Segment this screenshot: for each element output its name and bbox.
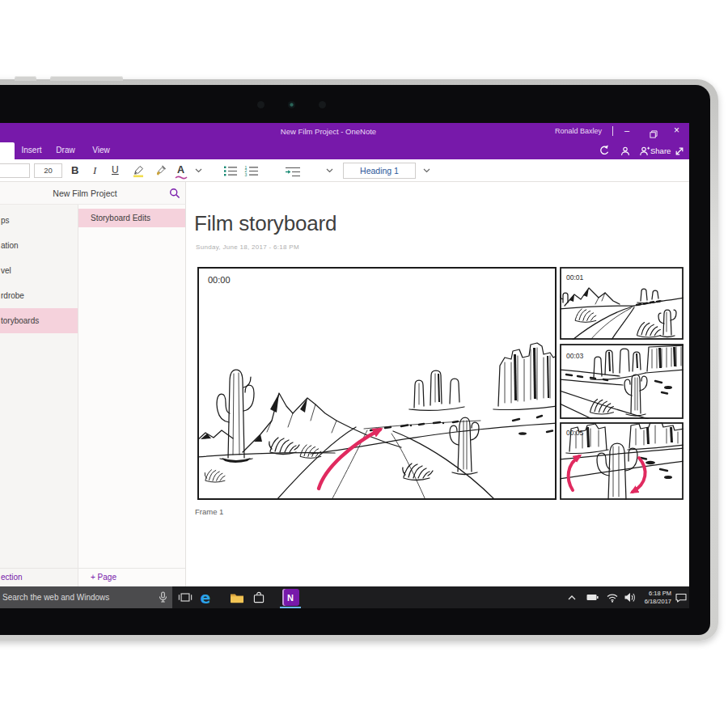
- frame-timecode: 00:00: [208, 275, 231, 285]
- file-explorer-button[interactable]: [228, 586, 246, 608]
- restore-icon: [650, 130, 658, 138]
- indent-icon: [285, 167, 301, 177]
- microphone-icon[interactable]: [159, 591, 167, 603]
- add-page-button[interactable]: + Page: [78, 568, 186, 586]
- power-button: [15, 76, 36, 81]
- action-center-button[interactable]: [674, 586, 688, 608]
- share-person-add-icon: [640, 146, 650, 156]
- add-section-button[interactable]: ection: [0, 568, 78, 586]
- store-bag-icon: [253, 591, 265, 603]
- highlighter-icon: [131, 163, 146, 178]
- notebook-title[interactable]: New Film Project: [0, 188, 170, 198]
- onenote-app-button[interactable]: N: [278, 586, 303, 608]
- frame-timecode: 00:01: [566, 273, 584, 281]
- clock-time: 6:18 PM: [634, 590, 671, 598]
- font-options-chevron-icon[interactable]: [195, 168, 202, 173]
- section-item[interactable]: vel: [0, 258, 78, 283]
- ir-sensor-dot: [319, 101, 326, 108]
- page-title[interactable]: Film storyboard: [194, 211, 336, 236]
- share-label[interactable]: Share: [650, 146, 671, 155]
- italic-button[interactable]: I: [93, 164, 96, 177]
- brush-icon: [154, 163, 168, 178]
- numbered-list-button[interactable]: 1 2 3: [244, 165, 259, 180]
- search-placeholder: Search the web and Windows: [2, 593, 109, 602]
- section-item[interactable]: ation: [0, 233, 78, 258]
- tray-clock[interactable]: 6:18 PM 6/18/2017: [634, 590, 671, 605]
- account-button[interactable]: [620, 145, 630, 159]
- store-button[interactable]: [250, 586, 268, 608]
- bullet-list-icon: [223, 165, 238, 176]
- page-canvas[interactable]: Film storyboard Sunday, June 18, 2017 - …: [186, 182, 689, 586]
- folder-icon: [230, 592, 244, 603]
- svg-text:3: 3: [245, 172, 248, 176]
- bullet-list-button[interactable]: [223, 165, 238, 180]
- wifi-status[interactable]: [605, 586, 620, 608]
- undo-icon: [599, 145, 610, 155]
- tab-insert[interactable]: Insert: [18, 146, 45, 154]
- frame-timecode: 00:03: [566, 352, 584, 360]
- font-color-swoosh-icon: [175, 176, 188, 180]
- task-view-button[interactable]: [176, 586, 194, 608]
- paragraph-options-chevron-icon[interactable]: [326, 168, 333, 173]
- onenote-icon: N: [282, 589, 299, 606]
- volume-rocker: [50, 76, 123, 81]
- formatting-toolbar: 20 B I U A: [0, 159, 689, 182]
- onenote-titlebar[interactable]: New Film Project - OneNote Ronald Baxley…: [0, 123, 689, 140]
- font-size-box[interactable]: 20: [34, 163, 62, 178]
- font-name-box[interactable]: [0, 163, 30, 178]
- close-button[interactable]: ×: [674, 125, 679, 136]
- task-view-icon: [178, 592, 193, 603]
- section-item[interactable]: rdrobe: [0, 283, 78, 308]
- tab-home[interactable]: e: [0, 142, 15, 159]
- undo-button[interactable]: [599, 144, 610, 159]
- frame-caption: Frame 1: [195, 507, 223, 516]
- signed-in-user[interactable]: Ronald Baxley: [555, 127, 602, 135]
- storyboard-frame-main[interactable]: 00:00: [197, 267, 557, 500]
- tab-view[interactable]: View: [89, 146, 113, 154]
- frame-border: [198, 268, 556, 499]
- pages-list: Storyboard Edits: [78, 205, 186, 568]
- tray-expand-button[interactable]: [565, 586, 578, 608]
- ribbon-tabs: e Insert Draw View: [0, 140, 689, 159]
- chevron-up-icon: [568, 595, 576, 600]
- person-icon: [620, 146, 630, 156]
- search-button[interactable]: [169, 188, 180, 202]
- active-app-indicator: [280, 607, 301, 608]
- share-button[interactable]: [640, 145, 650, 159]
- battery-icon: [586, 594, 599, 601]
- window-title: New Film Project - OneNote: [243, 127, 414, 136]
- screenshot-canvas: New Film Project - OneNote Ronald Baxley…: [0, 0, 728, 728]
- notebook-header[interactable]: New Film Project: [0, 182, 186, 205]
- tab-draw[interactable]: Draw: [53, 146, 78, 154]
- storyboard-frame-3[interactable]: 00:05: [560, 422, 684, 500]
- wifi-icon: [607, 593, 618, 603]
- highlight-button[interactable]: [131, 163, 146, 181]
- storyboard-frame-2[interactable]: 00:03: [560, 344, 684, 419]
- underline-button[interactable]: U: [112, 164, 119, 176]
- search-input[interactable]: Search the web and Windows: [0, 586, 172, 608]
- edge-browser-button[interactable]: e: [197, 586, 214, 608]
- windows-taskbar: Search the web and Windows e: [0, 586, 689, 608]
- font-color-button[interactable]: A: [177, 164, 184, 176]
- titlebar-divider: [612, 126, 613, 136]
- style-selector[interactable]: Heading 1: [343, 163, 416, 179]
- full-screen-button[interactable]: [675, 145, 684, 159]
- indent-button[interactable]: [285, 166, 301, 180]
- camera-lens: [288, 101, 295, 108]
- expand-diagonal-icon: [675, 146, 684, 156]
- section-item-storyboards-active[interactable]: toryboards: [0, 308, 78, 333]
- frame-timecode: 00:05: [566, 429, 584, 437]
- sections-list: ps ation vel rdrobe toryboards: [0, 205, 78, 568]
- battery-status[interactable]: [585, 586, 599, 608]
- page-date: Sunday, June 18, 2017 - 6:18 PM: [196, 243, 299, 251]
- page-item-active[interactable]: Storyboard Edits: [78, 209, 185, 227]
- minimize-button[interactable]: –: [624, 125, 629, 135]
- section-item[interactable]: ps: [0, 208, 78, 233]
- format-painter-button[interactable]: [154, 163, 168, 181]
- style-chevron-icon[interactable]: [423, 168, 430, 173]
- storyboard-frame-1[interactable]: 00:01: [560, 267, 684, 340]
- ambient-sensor-dot: [257, 101, 265, 108]
- bold-button[interactable]: B: [71, 164, 78, 176]
- numbered-list-icon: 1 2 3: [244, 165, 259, 176]
- edge-icon: e: [201, 589, 211, 607]
